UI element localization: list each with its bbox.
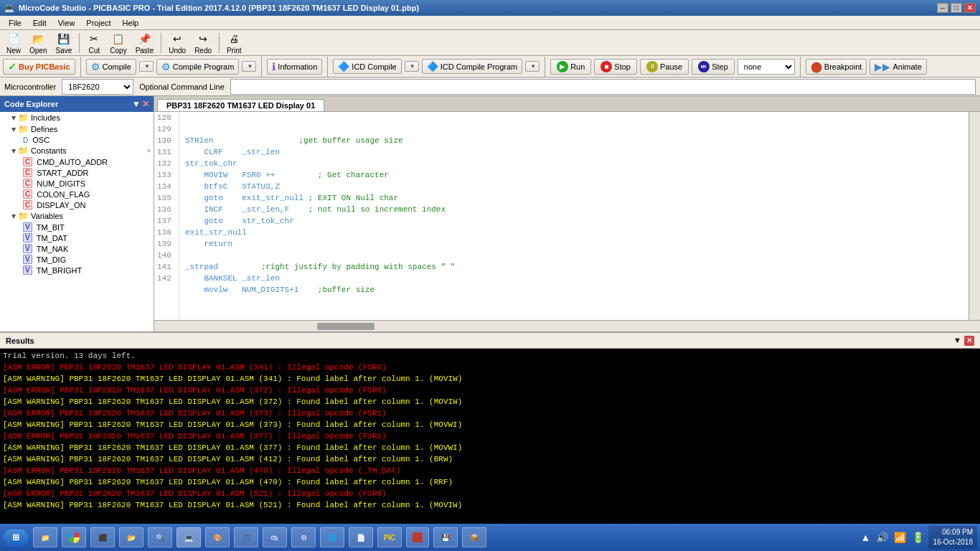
- icd-compile-program-dropdown[interactable]: ▼: [525, 61, 540, 72]
- tree-constants[interactable]: ▶ 📁 Constants ≡: [0, 145, 154, 156]
- taskbar-item-settings[interactable]: ⚙: [291, 527, 316, 547]
- compile-program-dropdown[interactable]: ▼: [242, 61, 256, 72]
- compile-button[interactable]: ⚙ Compile: [86, 59, 136, 75]
- results-dropdown-icon[interactable]: ▼: [953, 336, 961, 346]
- copy-button[interactable]: 📋 Copy: [106, 29, 130, 57]
- icd-compile-button[interactable]: 🔷 ICD Compile: [333, 59, 401, 74]
- print-button[interactable]: 🖨 Print: [223, 29, 245, 57]
- explorer-expand-icon[interactable]: ▼: [132, 99, 141, 109]
- taskbar-item-music[interactable]: 🎵: [234, 527, 258, 547]
- explorer-close-icon[interactable]: ✕: [142, 99, 149, 109]
- tree-start-addr[interactable]: C START_ADDR: [0, 167, 154, 178]
- result-line-6: [ASM WARNING] PBP31 18F2620 TM1637 LED D…: [3, 419, 977, 430]
- redo-button[interactable]: ↪ Redo: [191, 29, 215, 57]
- tm-dig-label: TM_DIG: [37, 255, 67, 264]
- cut-button[interactable]: ✂ Cut: [83, 29, 105, 57]
- maximize-button[interactable]: □: [951, 3, 962, 13]
- results-close-icon[interactable]: ✕: [964, 336, 974, 346]
- menu-help[interactable]: Help: [117, 17, 145, 29]
- cut-icon: ✂: [87, 32, 101, 46]
- menu-view[interactable]: View: [52, 17, 81, 29]
- tree-tm-dat[interactable]: V TM_DAT: [0, 232, 154, 243]
- tree-tm-nak[interactable]: V TM_NAK: [0, 243, 154, 254]
- tree-display-on[interactable]: C DISPLAY_ON: [0, 199, 154, 210]
- taskbar-item-explorer[interactable]: 📁: [33, 527, 57, 547]
- tree-includes[interactable]: ▶ 📁 Includes: [0, 112, 154, 123]
- taskbar-item-chrome[interactable]: [62, 527, 86, 547]
- buy-icon: ✓: [8, 61, 17, 72]
- tree-num-digits[interactable]: C NUM_DIGITS: [0, 178, 154, 189]
- result-line-5: [ASM ERROR] PBP31 18F2620 TM1637 LED DIS…: [3, 408, 977, 419]
- tree-tm-dig[interactable]: V TM_DIG: [0, 254, 154, 265]
- taskbar-item-files[interactable]: 📂: [119, 527, 143, 547]
- taskbar-item-store[interactable]: 🛍: [263, 527, 287, 547]
- taskbar-pdf-icon: 📄: [355, 532, 367, 543]
- icd-compile-program-button[interactable]: 🔷 ICD Compile Program: [422, 59, 523, 74]
- battery-icon[interactable]: 🔋: [912, 532, 924, 543]
- pause-button[interactable]: ⏸ Pause: [640, 59, 689, 75]
- taskbar-item-backup[interactable]: 💾: [433, 527, 458, 547]
- step-button[interactable]: ⏭ Step: [692, 59, 735, 75]
- main-area: Code Explorer ▼ ✕ ▶ 📁 Includes ▶ 📁 Defin…: [0, 96, 980, 331]
- tree-tm-bit[interactable]: V TM_BIT: [0, 222, 154, 232]
- tree-osc[interactable]: D OSC: [0, 135, 154, 145]
- system-clock[interactable]: 06:09 PM 16-Oct-2018: [928, 526, 977, 549]
- tree-tm-bright[interactable]: V TM_BRIGHT: [0, 265, 154, 276]
- editor-content[interactable]: 128 129 130 131 132 133 134 135 136 137 …: [154, 112, 980, 320]
- taskbar-browser-icon: 🌐: [326, 532, 338, 543]
- animate-button[interactable]: ▶▶ Animate: [870, 59, 926, 75]
- scrollbar-thumb-h[interactable]: [317, 323, 374, 330]
- tree-cmd-auto-addr[interactable]: C CMD_AUTO_ADDR: [0, 156, 154, 167]
- pause-icon: ⏸: [646, 61, 658, 72]
- close-button[interactable]: ✕: [964, 3, 976, 13]
- taskbar-settings-icon: ⚙: [298, 532, 309, 543]
- tm-dig-icon: V: [23, 255, 32, 264]
- taskbar-item-search[interactable]: 🔍: [148, 527, 172, 547]
- num-digits-icon: C: [23, 179, 32, 188]
- code-display[interactable]: STRlen ;get buffer usage size CLRF _str_…: [179, 112, 969, 320]
- command-bar: Microcontroller 18F2620 Optional Command…: [0, 77, 980, 96]
- taskbar-item-terminal[interactable]: ⬛: [90, 527, 115, 547]
- compile-dropdown[interactable]: ▼: [139, 61, 154, 72]
- run-button[interactable]: ▶ Run: [550, 59, 591, 75]
- breakpoint-button[interactable]: ⬤ Breakpoint: [806, 59, 867, 75]
- taskbar-item-microcode[interactable]: 💻: [176, 527, 201, 547]
- scrollbar-horizontal[interactable]: [154, 320, 980, 331]
- speaker-icon[interactable]: 🔊: [876, 532, 888, 543]
- app-icon: 💻: [4, 4, 14, 13]
- taskbar-item-pickit[interactable]: PIC: [377, 527, 402, 547]
- tree-variables[interactable]: ▶ 📁 Variables: [0, 210, 154, 222]
- menu-project[interactable]: Project: [80, 17, 116, 29]
- open-button[interactable]: 📂 Open: [26, 29, 50, 57]
- taskbar-item-archive[interactable]: 📦: [462, 527, 486, 547]
- tm-bit-icon: V: [23, 222, 32, 232]
- stop-button[interactable]: ■ Stop: [594, 59, 637, 75]
- compile-program-button[interactable]: ⚙ Compile Program: [156, 59, 240, 75]
- taskbar-item-paint[interactable]: 🎨: [205, 527, 230, 547]
- network-icon[interactable]: 📶: [894, 532, 906, 543]
- step-icon: ⏭: [698, 61, 710, 72]
- minimize-button[interactable]: ─: [937, 3, 948, 13]
- buy-picbasic-button[interactable]: ✓ Buy PICBasic: [3, 59, 75, 75]
- num-digits-label: NUM_DIGITS: [37, 179, 85, 188]
- optional-cmd-input[interactable]: [230, 79, 976, 95]
- taskbar-item-browser[interactable]: 🌐: [320, 527, 344, 547]
- menu-edit[interactable]: Edit: [27, 17, 52, 29]
- none-select[interactable]: none: [738, 59, 795, 75]
- scrollbar-vertical[interactable]: [969, 112, 980, 320]
- new-button[interactable]: 📄 New: [3, 29, 24, 57]
- icd-compile-dropdown[interactable]: ▼: [405, 61, 419, 72]
- microcontroller-select[interactable]: 18F2620: [62, 79, 133, 95]
- taskbar-item-pdf[interactable]: 📄: [349, 527, 373, 547]
- paste-button[interactable]: 📌 Paste: [132, 29, 158, 57]
- menu-file[interactable]: File: [3, 17, 27, 29]
- save-button[interactable]: 💾 Save: [52, 29, 75, 57]
- editor-tab-main[interactable]: PBP31 18F2620 TM1637 LED Display 01: [157, 99, 324, 111]
- undo-button[interactable]: ↩ Undo: [165, 29, 189, 57]
- show-desktop-icon[interactable]: ▲: [861, 532, 871, 543]
- information-button[interactable]: ℹ Information: [267, 59, 322, 75]
- tree-defines[interactable]: ▶ 📁 Defines: [0, 123, 154, 135]
- tree-colon-flag[interactable]: C COLON_FLAG: [0, 189, 154, 199]
- taskbar-item-app[interactable]: [406, 527, 429, 547]
- start-button[interactable]: ⊞: [3, 529, 29, 546]
